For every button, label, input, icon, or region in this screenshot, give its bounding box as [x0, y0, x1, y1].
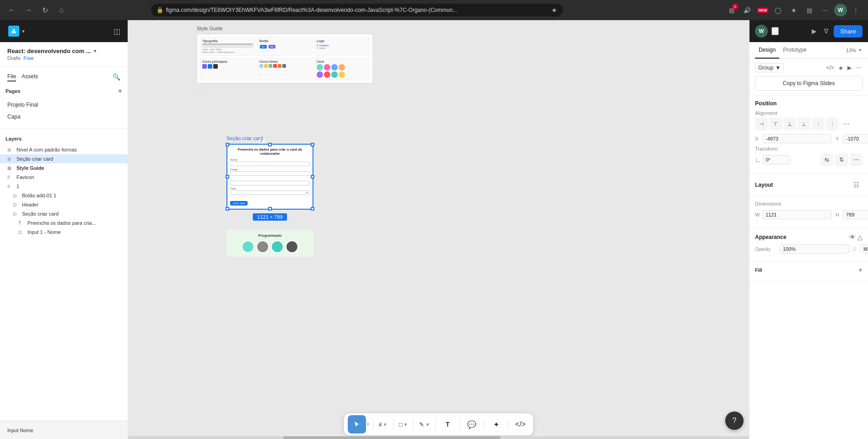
canvas-content[interactable]: Style Guide Tipografia Thule - Even Thul…	[128, 20, 749, 410]
panel-toggle-button[interactable]: ◫	[112, 25, 122, 38]
align-left-button[interactable]: ⊣	[755, 118, 768, 130]
style-guide-frame[interactable]: Tipografia Thule - Even Thule Texto Lore…	[197, 34, 373, 83]
criar-card-frame[interactable]: Preencha os dados para criar o card do c…	[226, 144, 313, 210]
browser-menu-button[interactable]: ⋮	[850, 4, 863, 16]
tab-assets[interactable]: Assets	[22, 72, 38, 81]
components-tool-button[interactable]: ✦	[487, 415, 505, 434]
user-avatar-browser[interactable]: W	[834, 4, 847, 16]
zoom-dropdown[interactable]: ▼	[858, 48, 863, 53]
programacao-frame[interactable]: Programação	[226, 230, 313, 257]
figma-logo	[8, 26, 19, 37]
layer-header[interactable]: ⊡ Header	[0, 200, 128, 209]
select-tool-button[interactable]	[348, 415, 366, 434]
code-tool-button[interactable]: </>	[511, 415, 529, 434]
frame-tool-button[interactable]: # ▼	[376, 416, 390, 433]
zoom-button[interactable]: ∇	[822, 26, 830, 37]
search-button[interactable]: 🔍	[113, 73, 120, 81]
resize-handle-tr[interactable]	[311, 143, 314, 146]
layout-grid-button[interactable]: ☷	[850, 179, 863, 191]
resize-handle-mr[interactable]	[311, 175, 314, 179]
align-right-button[interactable]: ⊥	[783, 118, 796, 130]
comment-tool-button[interactable]: 💬	[463, 415, 481, 434]
pages-add-button[interactable]: +	[118, 87, 122, 95]
flip-h-button[interactable]: ⇆	[820, 153, 833, 166]
layer-1[interactable]: # 1	[0, 182, 128, 191]
tab-file[interactable]: File	[7, 72, 16, 81]
align-bottom-button[interactable]: ⋮	[826, 118, 839, 130]
canvas-scrollbar[interactable]	[128, 436, 749, 439]
component-button[interactable]: ◈	[838, 64, 844, 72]
align-center-h-button[interactable]: ⊤	[769, 118, 782, 130]
layers-title: Layers	[5, 136, 22, 141]
alignment-label: Alignment	[755, 110, 863, 116]
fill-add-button[interactable]: +	[858, 266, 863, 274]
copy-slides-button[interactable]: Copy to Figma Slides	[755, 76, 863, 91]
eye-button[interactable]: 👁	[849, 233, 856, 241]
extensions-button[interactable]: ▨ 0	[725, 4, 738, 16]
more-options-button[interactable]: ⋯	[855, 64, 863, 72]
resize-handle-tm[interactable]	[268, 143, 272, 146]
reload-button[interactable]: ↻	[38, 4, 51, 16]
fill-title: Fill	[755, 267, 762, 273]
prototype-link-button[interactable]: ▶	[846, 64, 852, 72]
layer-favicon[interactable]: # Favicon	[0, 173, 128, 182]
align-center-v-button[interactable]: ⋮	[812, 118, 825, 130]
layer-secao-criar-card-2[interactable]: ⊡ Seção criar card	[0, 209, 128, 218]
shape-tool-button[interactable]: □ ▼	[396, 416, 411, 433]
home-button[interactable]: ⌂	[55, 4, 68, 16]
tab-prototype[interactable]: Prototype	[779, 42, 810, 59]
layer-secao-criar-card[interactable]: ⊞ Seção criar card	[0, 154, 128, 163]
resize-handle-br[interactable]	[311, 207, 314, 211]
more-button[interactable]: ⋯	[819, 4, 831, 16]
canvas-scrollbar-thumb	[283, 436, 501, 439]
resize-handle-bl[interactable]	[226, 207, 229, 211]
favorites-button[interactable]: ★	[787, 4, 800, 16]
w-label: W	[755, 212, 760, 217]
layer-botao-add[interactable]: ⊡ Botão add-01 1	[0, 191, 128, 200]
layer-style-guide[interactable]: ⊞ Style Guide	[0, 163, 128, 173]
angle-input[interactable]	[763, 155, 790, 164]
forward-button[interactable]: →	[22, 4, 35, 16]
x-input[interactable]	[762, 134, 832, 143]
figma-menu-button[interactable]: ▼	[5, 24, 28, 38]
more-transform-button[interactable]: ⋯	[850, 153, 863, 166]
criar-btn[interactable]: Criar card	[230, 201, 248, 206]
corner-field: □	[853, 244, 868, 254]
project-name[interactable]: React: desenvolvendo com ... ▼	[7, 48, 120, 54]
pen-tool-button[interactable]: ✎ ▼	[416, 416, 432, 433]
resize-handle-ml[interactable]	[226, 175, 229, 179]
profile-button[interactable]: ◯	[772, 4, 785, 16]
presentation-button[interactable]: ▶	[810, 26, 819, 37]
page-item-capa[interactable]: Capa	[0, 111, 128, 123]
collections-button[interactable]: ▤	[803, 4, 816, 16]
h-input[interactable]	[843, 210, 868, 219]
layer-preencha[interactable]: T Preencha os dados para cria...	[0, 218, 128, 228]
alignment-more-button[interactable]: ⋯	[840, 118, 853, 130]
tab-design[interactable]: Design	[755, 42, 779, 59]
project-name-text: React: desenvolvendo com ...	[7, 48, 91, 54]
url-bar[interactable]: 🔒 figma.com/design/TE6WOIY3EhWKFVA3wF6fR…	[151, 4, 563, 16]
user-dropdown-button[interactable]: ▼	[771, 27, 779, 35]
group-dropdown-button[interactable]: Group ▼	[755, 63, 784, 72]
layer-nivel-a[interactable]: ⊞ Nível A com padrão formas	[0, 145, 128, 154]
page-item-projeto-final[interactable]: Projeto Final	[0, 99, 128, 111]
corner-input[interactable]	[860, 244, 868, 254]
new-badge-button[interactable]: NEW	[756, 4, 769, 16]
flip-v-button[interactable]: ⇅	[835, 153, 848, 166]
resize-handle-tl[interactable]	[226, 143, 229, 146]
layer-input-nome[interactable]: ⊡ Input 1 - Nome	[0, 228, 128, 237]
text-tool-button[interactable]: T	[438, 415, 457, 434]
opacity-drop-button[interactable]: △	[857, 233, 863, 241]
audio-button[interactable]: 🔊	[741, 4, 754, 16]
opacity-input[interactable]	[780, 244, 849, 254]
w-input[interactable]	[762, 210, 832, 219]
back-button[interactable]: ←	[5, 4, 18, 16]
style-guide-frame-container: Style Guide Tipografia Thule - Even Thul…	[197, 34, 373, 83]
resize-handle-bm[interactable]	[268, 207, 272, 211]
layout-title: Layout	[755, 182, 773, 188]
divider-2	[0, 128, 128, 129]
share-button[interactable]: Share	[834, 25, 863, 38]
y-input[interactable]	[843, 134, 868, 143]
code-view-button[interactable]: </>	[825, 64, 835, 72]
align-top-button[interactable]: ⊥	[798, 118, 810, 130]
